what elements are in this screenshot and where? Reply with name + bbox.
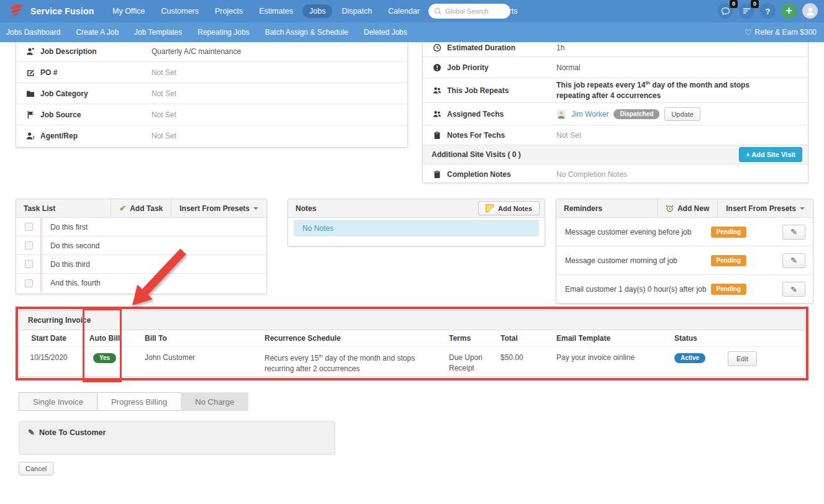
nav-customers[interactable]: Customers	[155, 4, 206, 18]
edit-recurring-invoice-button[interactable]: Edit	[728, 351, 757, 366]
heart-icon	[745, 28, 752, 37]
subnav-job-templates[interactable]: Job Templates	[134, 28, 182, 37]
invoice-type-tabs: Single Invoice Progress Billing No Charg…	[19, 392, 248, 411]
note-to-customer-box[interactable]: Note To Customer	[19, 421, 335, 455]
po-number-label: PO #	[40, 68, 57, 77]
brand-logo[interactable]: Service Fusion	[0, 4, 106, 19]
note-to-customer-label: Note To Customer	[39, 428, 106, 437]
nav-estimates[interactable]: Estimates	[252, 4, 300, 18]
users-icon	[433, 110, 441, 119]
alarm-clock-icon	[666, 204, 674, 212]
add-notes-button[interactable]: Add Notes	[478, 201, 540, 215]
add-site-visit-button[interactable]: + Add Site Visit	[739, 147, 802, 162]
po-number-value[interactable]: Not Set	[152, 68, 407, 77]
task-checkbox[interactable]	[25, 260, 33, 268]
reminder-status-badge: Pending	[711, 227, 746, 238]
terms-value: Due Upon Receipt	[435, 353, 487, 374]
top-navbar: Service Fusion My Office Customers Proje…	[0, 0, 824, 22]
cancel-button[interactable]: Cancel	[19, 462, 53, 475]
clock-icon	[433, 43, 441, 52]
job-category-row: Job Category Not Set	[16, 83, 407, 104]
agent-rep-value[interactable]: Not Set	[152, 132, 407, 140]
reminder-text: Message customer morning of job	[556, 256, 710, 265]
reminders-header: Reminders Add New Insert From Presets	[556, 199, 813, 218]
nav-calendar[interactable]: Calendar	[381, 4, 427, 18]
edit-reminder-button[interactable]	[782, 282, 805, 297]
notes-for-techs-value[interactable]: Not Set	[556, 131, 808, 140]
help-button[interactable]	[760, 3, 776, 19]
task-text[interactable]: Do this first	[42, 223, 88, 232]
recurring-invoice-title: Recurring Invoice	[19, 311, 805, 330]
top-icons: 0 0	[718, 3, 818, 19]
job-description-label: Job Description	[40, 47, 97, 56]
job-description-value[interactable]: Quarterly A/C maintenance	[152, 47, 407, 56]
notes-panel: Notes Add Notes No Notes	[287, 199, 545, 246]
activity-button[interactable]: 0	[739, 3, 754, 19]
estimated-duration-value[interactable]: 1h	[556, 43, 808, 52]
nav-my-office[interactable]: My Office	[106, 4, 152, 18]
tab-progress-billing[interactable]: Progress Billing	[97, 392, 181, 411]
flag-icon	[26, 110, 35, 119]
chat-button[interactable]: 0	[718, 3, 733, 19]
task-checkbox[interactable]	[25, 279, 33, 287]
job-details-left-panel: Job Description Quarterly A/C maintenanc…	[16, 41, 408, 148]
nav-projects[interactable]: Projects	[208, 4, 250, 18]
job-source-value[interactable]: Not Set	[152, 110, 407, 119]
task-insert-presets-button[interactable]: Insert From Presets	[171, 199, 266, 217]
pencil-icon	[790, 285, 797, 294]
global-search-input[interactable]	[445, 7, 505, 15]
tab-no-charge[interactable]: No Charge	[181, 392, 248, 411]
users-icon	[433, 86, 441, 95]
subnav-create-a-job[interactable]: Create A Job	[76, 28, 119, 37]
completion-notes-row: Completion Notes No Completion Notes	[423, 164, 808, 184]
tech-name-link[interactable]: Jim Worker	[571, 110, 609, 119]
edit-reminder-button[interactable]	[782, 253, 805, 268]
update-techs-button[interactable]: Update	[664, 107, 700, 121]
nav-dispatch[interactable]: Dispatch	[335, 4, 379, 18]
add-task-button[interactable]: Add Task	[111, 199, 171, 217]
total-value: $50.00	[487, 353, 543, 363]
task-text[interactable]: And this, fourth	[42, 279, 101, 287]
col-email-template: Email Template	[543, 333, 661, 344]
person-edit-icon	[26, 47, 35, 56]
nav-jobs[interactable]: Jobs	[302, 4, 332, 18]
job-priority-value[interactable]: Normal	[556, 63, 808, 72]
global-search[interactable]	[428, 4, 510, 19]
tab-single-invoice[interactable]: Single Invoice	[19, 392, 97, 411]
task-list-panel: Task List Add Task Insert From Presets D…	[16, 199, 267, 294]
task-row: And this, fourth	[16, 274, 266, 292]
col-recurrence-schedule: Recurrence Schedule	[251, 333, 435, 344]
subnav-deleted-jobs[interactable]: Deleted Jobs	[364, 28, 407, 37]
user-avatar[interactable]	[802, 3, 818, 19]
assigned-techs-label: Assigned Techs	[447, 110, 504, 119]
subnav-repeating-jobs[interactable]: Repeating Jobs	[197, 28, 249, 37]
recurrence-schedule-value: Recurs every 15th day of the month and s…	[251, 353, 435, 374]
task-text[interactable]: Do this second	[42, 241, 99, 250]
notes-header: Notes Add Notes	[288, 199, 545, 218]
assigned-techs-value: Jim Worker Dispatched Update	[556, 107, 808, 121]
job-description-row: Job Description Quarterly A/C maintenanc…	[16, 41, 407, 62]
reminder-insert-presets-button[interactable]: Insert From Presets	[717, 199, 813, 217]
recurring-invoice-column-headers: Start Date Auto Bill Bill To Recurrence …	[19, 330, 805, 347]
add-reminder-button[interactable]: Add New	[657, 199, 717, 217]
subnav-batch-assign[interactable]: Batch Assign & Schedule	[265, 28, 348, 37]
task-checkbox[interactable]	[25, 241, 33, 250]
plus-icon	[786, 5, 792, 17]
start-date-value: 10/15/2020	[19, 353, 78, 363]
task-checkbox[interactable]	[25, 223, 33, 231]
edit-reminder-button[interactable]	[782, 225, 805, 240]
exclamation-circle-icon	[433, 63, 441, 72]
job-repeats-value: This job repeats every 14th day of the m…	[556, 79, 808, 102]
task-text[interactable]: Do this third	[42, 260, 90, 269]
quick-add-button[interactable]	[781, 3, 797, 19]
col-total: Total	[487, 333, 543, 344]
notes-title: Notes	[288, 199, 478, 217]
activity-badge: 0	[751, 0, 759, 8]
job-category-value[interactable]: Not Set	[152, 89, 407, 98]
assigned-techs-row: Assigned Techs Jim Worker Dispatched Upd…	[423, 103, 808, 125]
estimated-duration-label: Estimated Duration	[447, 43, 515, 52]
jobs-subnav: Jobs Dashboard Create A Job Job Template…	[0, 22, 824, 42]
completion-notes-value[interactable]: No Completion Notes	[556, 170, 808, 179]
subnav-jobs-dashboard[interactable]: Jobs Dashboard	[6, 28, 60, 37]
refer-and-earn-link[interactable]: Refer & Earn $300	[745, 22, 817, 42]
